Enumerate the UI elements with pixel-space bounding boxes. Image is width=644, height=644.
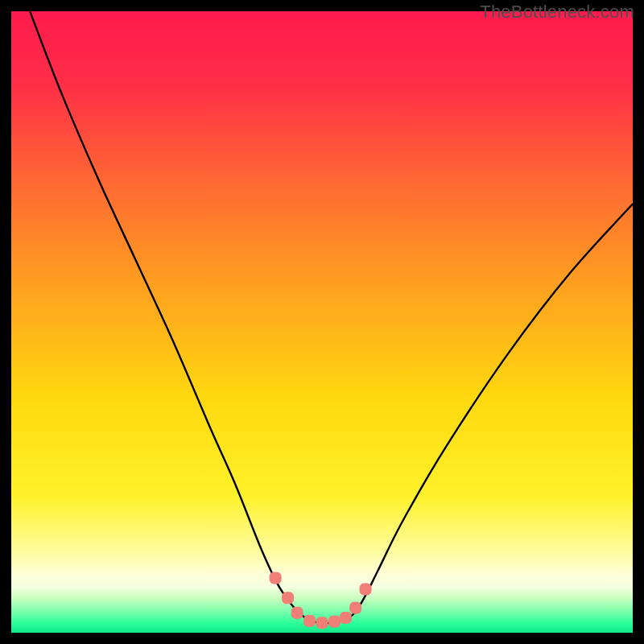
curve-marker — [304, 615, 316, 626]
curve-marker — [291, 607, 303, 618]
gradient-background — [11, 11, 633, 633]
curve-marker — [270, 572, 281, 584]
curve-marker — [360, 584, 371, 595]
bottleneck-chart — [11, 11, 633, 633]
curve-marker — [340, 612, 351, 623]
watermark-text: TheBottleneck.com — [480, 2, 634, 23]
chart-frame — [11, 11, 633, 633]
curve-marker — [316, 617, 328, 629]
curve-marker — [283, 592, 294, 604]
curve-marker — [350, 602, 361, 613]
curve-marker — [328, 616, 340, 627]
